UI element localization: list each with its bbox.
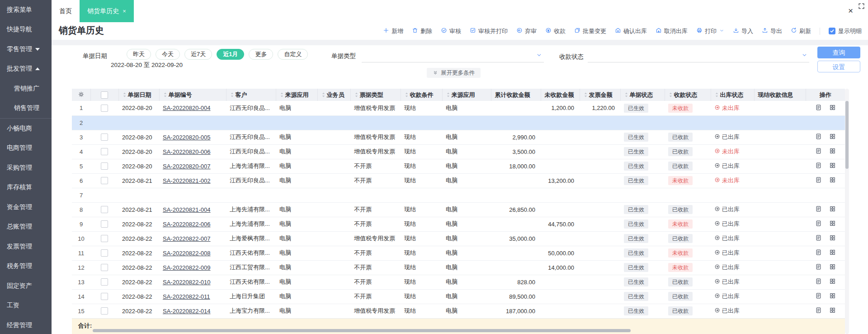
column-header-no[interactable]: 单据编号 xyxy=(159,89,226,101)
date-pill-更多[interactable]: 更多 xyxy=(249,49,273,60)
checked-checkbox-icon[interactable] xyxy=(829,28,835,34)
toolbar-button-refresh[interactable]: 刷新 xyxy=(791,27,811,35)
voucher-icon[interactable] xyxy=(815,249,822,257)
more-actions-icon[interactable] xyxy=(829,249,836,257)
table-row[interactable]: 2 xyxy=(72,115,845,130)
table-row[interactable]: 12022-08-20SA-20220820-004江西无印良品...电脑增值税… xyxy=(72,101,845,115)
toolbar-button-import[interactable]: 导入 xyxy=(733,27,753,35)
voucher-icon[interactable] xyxy=(815,205,822,214)
column-header-invoice_amount[interactable]: 发票金额 xyxy=(580,89,620,101)
toolbar-button-trash[interactable]: 删除 xyxy=(412,27,432,35)
toolbar-button-audit[interactable]: 审核 xyxy=(441,27,461,35)
row-checkbox[interactable] xyxy=(101,278,108,286)
doc-number-link[interactable]: SA-20220822-007 xyxy=(163,235,211,242)
sort-icon[interactable] xyxy=(280,92,284,98)
table-row[interactable]: 142022-08-22SA-20220822-011上海日升集团电脑不开票现结… xyxy=(72,289,845,304)
doc-number-link[interactable]: SA-20220822-008 xyxy=(163,250,211,257)
date-pill-今天[interactable]: 今天 xyxy=(156,49,180,60)
sort-icon[interactable] xyxy=(715,92,719,98)
doc-number-link[interactable]: SA-20220822-014 xyxy=(163,308,211,315)
table-row[interactable]: 7 xyxy=(72,188,845,202)
sidebar-item-14[interactable]: 固定资产 xyxy=(0,276,52,296)
toolbar-button-print[interactable]: 打印 xyxy=(696,27,724,35)
column-header-source[interactable]: 来源应用 xyxy=(276,89,317,101)
sidebar-item-0[interactable]: 搜索菜单 xyxy=(0,0,52,20)
voucher-icon[interactable] xyxy=(815,133,822,141)
sidebar-item-13[interactable]: 税务管理 xyxy=(0,257,52,277)
column-header-terms[interactable]: 收款条件 xyxy=(401,89,442,101)
column-header-invoice_type[interactable]: 票据类型 xyxy=(350,89,401,101)
sort-icon[interactable] xyxy=(669,92,673,98)
date-pill-自定义[interactable]: 自定义 xyxy=(278,49,308,60)
more-actions-icon[interactable] xyxy=(829,148,836,156)
row-checkbox[interactable] xyxy=(101,206,108,213)
sort-icon[interactable] xyxy=(163,92,167,98)
sidebar-item-1[interactable]: 快捷导航 xyxy=(0,20,52,40)
toolbar-button-confirmout[interactable]: 确认出库 xyxy=(615,27,647,35)
doc-number-link[interactable]: SA-20220820-005 xyxy=(163,134,211,141)
more-actions-icon[interactable] xyxy=(829,133,836,141)
voucher-icon[interactable] xyxy=(815,307,822,315)
voucher-icon[interactable] xyxy=(815,104,822,112)
date-pill-近7天[interactable]: 近7天 xyxy=(184,49,212,60)
sort-icon[interactable] xyxy=(230,92,234,98)
table-row[interactable]: 82022-08-21SA-20220821-004上海先浦有限...电脑不开票… xyxy=(72,202,845,217)
voucher-icon[interactable] xyxy=(815,292,822,301)
doc-number-link[interactable]: SA-20220822-010 xyxy=(163,279,211,286)
row-checkbox[interactable] xyxy=(101,249,108,257)
voucher-icon[interactable] xyxy=(815,148,822,156)
close-icon[interactable]: × xyxy=(848,5,853,16)
more-actions-icon[interactable] xyxy=(829,263,836,272)
column-header-pay_status[interactable]: 收款状态 xyxy=(665,89,711,101)
sidebar-item-4[interactable]: 营销推广 xyxy=(0,79,52,99)
sort-icon[interactable] xyxy=(123,92,127,98)
tab-home[interactable]: 首页 xyxy=(52,0,80,22)
select-all-checkbox[interactable] xyxy=(101,91,108,99)
table-row[interactable]: 112022-08-22SA-20220822-008江西天佑有限...电脑不开… xyxy=(72,246,845,260)
sidebar-item-6[interactable]: 小畅电商 xyxy=(0,119,52,138)
more-actions-icon[interactable] xyxy=(829,104,836,112)
table-row[interactable]: 32022-08-20SA-20220820-005江西无印良品...电脑增值税… xyxy=(72,130,845,144)
voucher-icon[interactable] xyxy=(815,278,822,286)
sort-icon[interactable] xyxy=(321,92,326,98)
table-row[interactable]: 122022-08-22SA-20220822-009江西工贸有限...电脑不开… xyxy=(72,260,845,275)
toolbar-button-batch[interactable]: 批量变更 xyxy=(574,27,606,35)
doc-number-link[interactable]: SA-20220822-009 xyxy=(163,264,211,271)
toolbar-button-cancelout[interactable]: 取消出库 xyxy=(656,27,688,35)
toolbar-button-export[interactable]: 导出 xyxy=(762,27,782,35)
table-row[interactable]: 92022-08-22SA-20220822-006上海先浦有限...电脑不开票… xyxy=(72,217,845,231)
query-button[interactable]: 查询 xyxy=(817,47,860,58)
toolbar-button-collect[interactable]: 收款 xyxy=(545,27,566,35)
voucher-icon[interactable] xyxy=(815,263,822,272)
row-checkbox[interactable] xyxy=(101,307,108,315)
doc-number-link[interactable]: SA-20220820-007 xyxy=(163,163,211,170)
column-header-doc_status[interactable]: 单据状态 xyxy=(620,89,665,101)
doc-number-link[interactable]: SA-20220820-004 xyxy=(163,105,211,111)
date-pill-昨天[interactable]: 昨天 xyxy=(127,49,151,60)
sidebar-item-12[interactable]: 发票管理 xyxy=(0,237,52,257)
table-row[interactable]: 62022-08-21SA-20220821-002江西无印良品...电脑不开票… xyxy=(72,173,845,188)
sidebar-item-15[interactable]: 工资 xyxy=(0,296,52,316)
sidebar-item-5[interactable]: 销售管理 xyxy=(0,99,52,119)
column-header-salesman[interactable]: 业务员 xyxy=(317,89,350,101)
toolbar-button-unaudit[interactable]: 弃审 xyxy=(516,27,537,35)
row-checkbox[interactable] xyxy=(101,105,108,112)
payment-status-select[interactable] xyxy=(588,45,809,62)
voucher-icon[interactable] xyxy=(815,162,822,170)
more-actions-icon[interactable] xyxy=(829,162,836,170)
table-row[interactable]: 102022-08-22SA-20220822-007上海爱枫有限...电脑增值… xyxy=(72,231,845,246)
row-checkbox[interactable] xyxy=(101,148,108,155)
date-range-value[interactable]: 2022-08-20 至 2022-09-20 xyxy=(111,61,183,69)
column-header-date[interactable]: 单据日期 xyxy=(118,89,159,101)
toolbar-button-auditprint[interactable]: 审核并打印 xyxy=(470,27,508,35)
settings-button[interactable]: 设置 xyxy=(817,61,860,72)
table-row[interactable]: 52022-08-20SA-20220820-007上海先浦有限...电脑不开票… xyxy=(72,159,845,173)
doc-number-link[interactable]: SA-20220821-004 xyxy=(163,206,211,213)
table-row[interactable]: 42022-08-20SA-20220820-006江西无印良品...电脑增值税… xyxy=(72,144,845,159)
row-checkbox[interactable] xyxy=(101,264,108,271)
doc-number-link[interactable]: SA-20220820-006 xyxy=(163,148,211,155)
row-checkbox[interactable] xyxy=(101,177,108,184)
more-actions-icon[interactable] xyxy=(829,205,836,214)
more-actions-icon[interactable] xyxy=(829,292,836,301)
expand-more-conditions[interactable]: 展开更多条件 xyxy=(427,68,481,78)
